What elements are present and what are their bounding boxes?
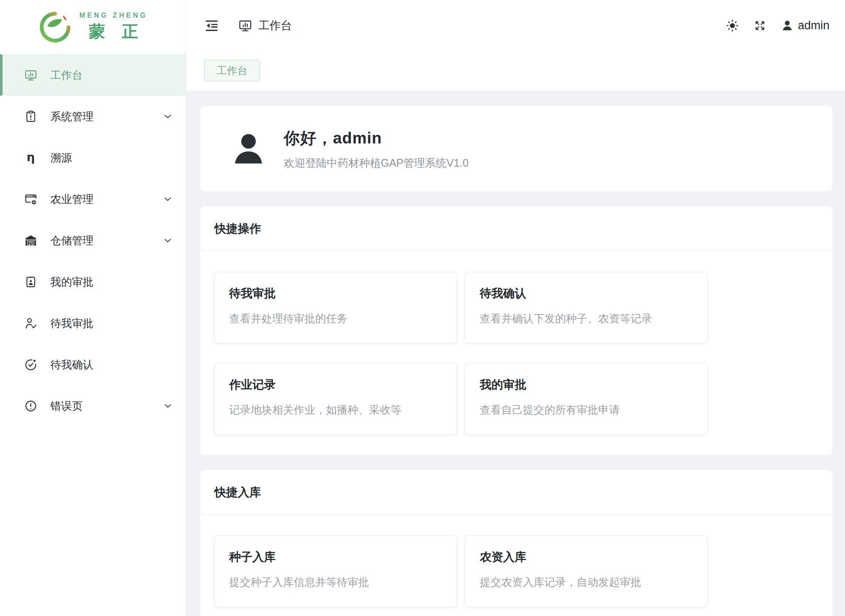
sidebar-item-my-approvals[interactable]: 我的审批 bbox=[0, 261, 186, 302]
sidebar-item-label: 我的审批 bbox=[50, 275, 173, 289]
sidebar-item-label: 仓储管理 bbox=[50, 233, 163, 248]
sidebar-item-agriculture-management[interactable]: 农业管理 bbox=[0, 178, 186, 220]
fold-icon bbox=[204, 18, 219, 33]
breadcrumb-label: 工作台 bbox=[258, 18, 292, 33]
sidebar-item-label: 系统管理 bbox=[50, 109, 163, 124]
quick-card-title: 待我确认 bbox=[480, 287, 693, 300]
app-root: MENG ZHENG 蒙 正 工作台 系统管理 溯源 农业管理 仓储管理 bbox=[0, 0, 845, 616]
sidebar-item-label: 待我确认 bbox=[50, 358, 173, 372]
check-circle-dot-icon bbox=[24, 358, 37, 371]
greeting-card: 你好，admin 欢迎登陆中药材种植GAP管理系统V1.0 bbox=[200, 106, 833, 191]
quick-card-desc: 记录地块相关作业，如播种、采收等 bbox=[229, 404, 442, 416]
quick-card-title: 我的审批 bbox=[480, 378, 693, 392]
alert-circle-icon bbox=[24, 399, 37, 413]
fullscreen-button[interactable] bbox=[754, 19, 766, 32]
chevron-down-icon bbox=[163, 236, 173, 246]
sidebar-item-label: 溯源 bbox=[50, 151, 173, 165]
avatar bbox=[229, 129, 268, 168]
clipboard-alert-icon bbox=[24, 110, 37, 123]
greeting-title: 你好，admin bbox=[284, 128, 469, 149]
quick-card-desc: 查看并处理待审批的任务 bbox=[229, 312, 442, 325]
username: admin bbox=[798, 19, 829, 32]
quick-actions-body: 待我审批 查看并处理待审批的任务 待我确认 查看并确认下发的种子、农资等记录 作… bbox=[200, 251, 833, 455]
user-check-icon bbox=[24, 317, 37, 330]
quick-actions-panel: 快捷操作 待我审批 查看并处理待审批的任务 待我确认 查看并确认下发的种子、农资… bbox=[200, 206, 833, 455]
id-badge-icon bbox=[24, 275, 37, 289]
sidebar-item-label: 工作台 bbox=[50, 68, 173, 82]
quick-card-title: 农资入库 bbox=[480, 551, 693, 564]
chevron-down-icon bbox=[163, 112, 173, 121]
sidebar-item-label: 错误页 bbox=[50, 399, 163, 413]
sidebar-item-error-pages[interactable]: 错误页 bbox=[0, 385, 186, 426]
user-menu[interactable]: admin bbox=[781, 19, 829, 32]
brand-text: MENG ZHENG 蒙 正 bbox=[79, 12, 147, 43]
chevron-down-icon bbox=[163, 401, 173, 411]
quick-inbound-panel: 快捷入库 种子入库 提交种子入库信息并等待审批 农资入库 提交农资入库记录，自动… bbox=[200, 470, 833, 616]
tagbar: 工作台 bbox=[186, 51, 845, 90]
brand-name-en: MENG ZHENG bbox=[79, 12, 147, 19]
sidebar-nav: 工作台 系统管理 溯源 农业管理 仓储管理 我的审批 待我审批 bbox=[0, 54, 186, 426]
sidebar-item-warehouse-management[interactable]: 仓储管理 bbox=[0, 220, 186, 261]
breadcrumb: 工作台 bbox=[238, 18, 292, 33]
greeting-subtitle: 欢迎登陆中药材种植GAP管理系统V1.0 bbox=[284, 156, 469, 170]
theme-toggle-button[interactable] bbox=[726, 19, 739, 32]
sidebar-item-label: 待我审批 bbox=[50, 316, 173, 330]
content: 你好，admin 欢迎登陆中药材种植GAP管理系统V1.0 快捷操作 待我审批 … bbox=[186, 90, 845, 616]
sidebar-item-pending-my-approval[interactable]: 待我审批 bbox=[0, 302, 186, 344]
sidebar: MENG ZHENG 蒙 正 工作台 系统管理 溯源 农业管理 仓储管理 bbox=[0, 0, 186, 616]
quick-inbound-title: 快捷入库 bbox=[214, 485, 261, 500]
warehouse-icon bbox=[24, 234, 37, 247]
quick-card-title: 种子入库 bbox=[229, 551, 442, 564]
quick-card-pending-my-approval[interactable]: 待我审批 查看并处理待审批的任务 bbox=[214, 272, 457, 344]
sidebar-item-label: 农业管理 bbox=[50, 192, 163, 206]
tag-workbench[interactable]: 工作台 bbox=[204, 60, 260, 81]
quick-card-desc: 查看并确认下发的种子、农资等记录 bbox=[480, 312, 693, 325]
quick-card-desc: 提交农资入库记录，自动发起审批 bbox=[480, 576, 693, 588]
trace-eta-icon bbox=[24, 151, 37, 165]
brand-name-zh: 蒙 正 bbox=[89, 21, 144, 43]
chevron-down-icon bbox=[163, 194, 173, 204]
monitor-icon bbox=[238, 19, 252, 33]
quick-actions-header: 快捷操作 bbox=[200, 206, 833, 251]
topbar-actions: admin bbox=[726, 19, 829, 32]
quick-card-title: 作业记录 bbox=[229, 378, 442, 392]
quick-card-my-approvals[interactable]: 我的审批 查看自己提交的所有审批申请 bbox=[465, 363, 708, 435]
quick-inbound-body: 种子入库 提交种子入库信息并等待审批 农资入库 提交农资入库记录，自动发起审批 bbox=[200, 515, 833, 616]
quick-card-seed-inbound[interactable]: 种子入库 提交种子入库信息并等待审批 bbox=[214, 535, 457, 607]
expand-icon bbox=[754, 19, 766, 32]
brand-logo: MENG ZHENG 蒙 正 bbox=[0, 0, 186, 54]
quick-card-work-records[interactable]: 作业记录 记录地块相关作业，如播种、采收等 bbox=[214, 363, 457, 435]
quick-actions-title: 快捷操作 bbox=[214, 221, 261, 236]
window-gear-icon bbox=[24, 193, 37, 206]
quick-card-desc: 查看自己提交的所有审批申请 bbox=[480, 404, 693, 416]
greeting-texts: 你好，admin 欢迎登陆中药材种植GAP管理系统V1.0 bbox=[284, 128, 469, 170]
sidebar-item-pending-my-confirmation[interactable]: 待我确认 bbox=[0, 344, 186, 385]
quick-inbound-header: 快捷入库 bbox=[200, 470, 833, 515]
sun-icon bbox=[726, 19, 739, 32]
quick-card-material-inbound[interactable]: 农资入库 提交农资入库记录，自动发起审批 bbox=[465, 535, 708, 607]
quick-card-title: 待我审批 bbox=[229, 287, 442, 300]
sidebar-fold-button[interactable] bbox=[204, 18, 219, 33]
main-area: 工作台 admin 工作台 bbox=[186, 0, 845, 616]
sidebar-item-workbench[interactable]: 工作台 bbox=[0, 54, 186, 96]
user-icon bbox=[781, 19, 794, 32]
sidebar-item-trace[interactable]: 溯源 bbox=[0, 137, 186, 178]
quick-card-pending-my-confirmation[interactable]: 待我确认 查看并确认下发的种子、农资等记录 bbox=[465, 272, 708, 344]
brand-logo-icon bbox=[38, 10, 72, 44]
quick-card-desc: 提交种子入库信息并等待审批 bbox=[229, 576, 442, 588]
monitor-icon bbox=[24, 68, 37, 82]
topbar: 工作台 admin bbox=[186, 0, 845, 51]
sidebar-item-system-management[interactable]: 系统管理 bbox=[0, 96, 186, 137]
